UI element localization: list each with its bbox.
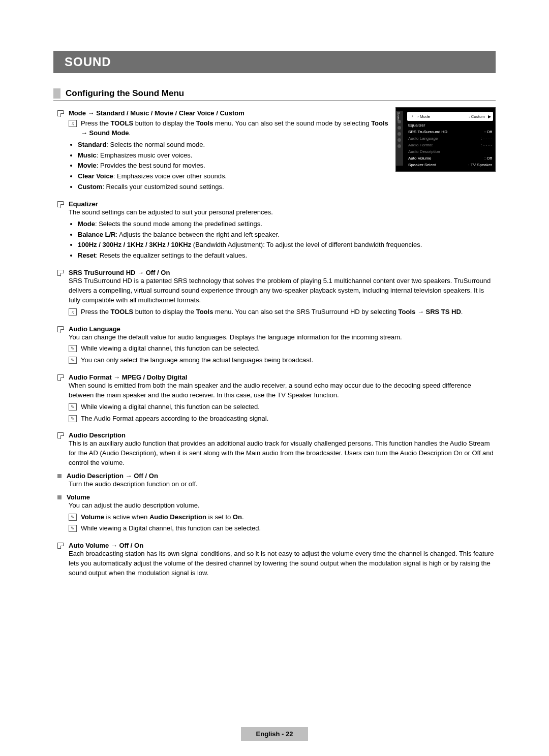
tools-icon — [69, 308, 77, 316]
sub-bullet-icon — [57, 474, 62, 478]
bullet-icon — [57, 201, 64, 207]
srs-body: SRS TruSurround HD is a patented SRS tec… — [69, 276, 496, 305]
section-marker — [53, 88, 60, 99]
tv-menu-label: Speaker Select — [408, 163, 468, 167]
tv-menu-row: SRS TruSurround HD: Off — [405, 129, 495, 135]
tv-sidebar: Sound — [396, 111, 403, 166]
list-item: Balance L/R: Adjusts the balance between… — [78, 230, 496, 240]
tv-menu-label: Audio Language — [408, 136, 481, 141]
note-icon — [69, 514, 77, 521]
note-icon — [69, 525, 77, 532]
audio-language-note1: While viewing a digital channel, this fu… — [81, 344, 260, 354]
tv-menu-label: Equalizer — [408, 123, 492, 128]
chevron-right-icon: ▶ — [488, 114, 491, 119]
tv-menu-label: Auto Volume — [408, 156, 484, 161]
bullet-icon — [57, 110, 64, 116]
section-underline — [53, 101, 496, 101]
list-item: Reset: Resets the equalizer settings to … — [78, 251, 496, 261]
speaker-icon: ♪ — [409, 113, 415, 119]
note-icon — [69, 415, 77, 422]
auto-volume-body: Each broadcasting station has its own si… — [69, 549, 496, 578]
tv-menu-label: SRS TruSurround HD — [408, 130, 484, 134]
tv-menu-preview: Sound ♪› Mode: Custom▶EqualizerSRS TruSu… — [395, 107, 496, 172]
tv-menu-value: : Custom — [469, 114, 485, 119]
audio-language-heading: Audio Language — [69, 325, 120, 333]
tv-menu-value: : - - - - — [481, 143, 492, 147]
list-item: 100Hz / 300Hz / 1KHz / 3KHz / 10KHz (Ban… — [78, 240, 496, 250]
section-title: Configuring the Sound Menu — [66, 88, 184, 99]
mode-tools-note: Press the TOOLS button to display the To… — [81, 119, 390, 138]
page-footer: English - 22 — [0, 727, 549, 741]
tv-menu-row: Audio Format: - - - - — [405, 142, 495, 148]
mode-heading: Mode → Standard / Music / Movie / Clear … — [69, 109, 245, 117]
tv-menu-label: Audio Description — [408, 149, 492, 154]
tv-menu-label: Audio Format — [408, 143, 481, 147]
tv-menu-label: › Mode — [417, 114, 469, 119]
audio-language-body: You can change the default value for aud… — [69, 333, 496, 342]
tv-menu-row: Equalizer — [405, 122, 495, 129]
equalizer-heading: Equalizer — [69, 200, 98, 208]
auto-volume-heading: Auto Volume → Off / On — [69, 542, 143, 549]
list-item: Custom: Recalls your customized sound se… — [78, 182, 496, 192]
list-item: Clear Voice: Emphasizes voice over other… — [78, 172, 496, 181]
equalizer-intro: The sound settings can be adjusted to su… — [69, 208, 496, 217]
audio-description-onoff-heading: Audio Description → Off / On — [67, 472, 158, 480]
bullet-icon — [57, 374, 64, 381]
bullet-icon — [57, 326, 64, 332]
tv-menu-value: : - - - - — [481, 136, 492, 141]
tv-menu-row: Auto Volume: Off — [405, 155, 495, 162]
volume-heading: Volume — [67, 493, 90, 501]
note-icon — [69, 403, 77, 411]
srs-heading: SRS TruSurround HD → Off / On — [69, 269, 170, 276]
audio-description-heading: Audio Description — [69, 431, 126, 439]
audio-description-body: This is an auxiliary audio function that… — [69, 439, 496, 468]
tools-icon — [69, 120, 77, 127]
audio-format-note2: The Audio Format appears according to th… — [81, 414, 268, 424]
audio-format-note1: While viewing a digital channel, this fu… — [81, 402, 260, 412]
tv-menu-row: Speaker Select: TV Speaker — [405, 162, 495, 168]
srs-tools-note: Press the TOOLS button to display the To… — [81, 307, 463, 317]
audio-language-note2: You can only select the language among t… — [81, 356, 313, 365]
tv-menu-value: : Off — [484, 130, 492, 134]
audio-description-onoff-body: Turn the audio description function on o… — [69, 480, 496, 489]
list-item: Mode: Selects the sound mode among the p… — [78, 219, 496, 229]
sub-bullet-icon — [57, 495, 62, 499]
tv-menu-value: : TV Speaker — [468, 163, 492, 167]
bullet-icon — [57, 432, 64, 438]
tv-sidebar-icons — [398, 120, 401, 150]
volume-note2: While viewing a Digital channel, this fu… — [81, 524, 261, 533]
bullet-icon — [57, 270, 64, 276]
audio-format-heading: Audio Format → MPEG / Dolby Digital — [69, 373, 187, 381]
tv-sidebar-label: Sound — [396, 111, 400, 120]
note-icon — [69, 345, 77, 352]
tv-menu-value: : Off — [484, 156, 492, 161]
bullet-icon — [57, 543, 64, 549]
volume-body: You can adjust the audio description vol… — [69, 501, 496, 511]
audio-format-body: When sound is emitted from both the main… — [69, 381, 496, 400]
tv-menu-row: Audio Description — [405, 148, 495, 155]
chapter-title: SOUND — [53, 51, 496, 73]
tv-menu-row: ♪› Mode: Custom▶ — [407, 112, 493, 121]
equalizer-list: Mode: Selects the sound mode among the p… — [69, 219, 496, 261]
volume-note1: Volume is active when Audio Description … — [81, 513, 244, 522]
note-icon — [69, 357, 77, 364]
tv-menu-row: Audio Language: - - - - — [405, 135, 495, 142]
